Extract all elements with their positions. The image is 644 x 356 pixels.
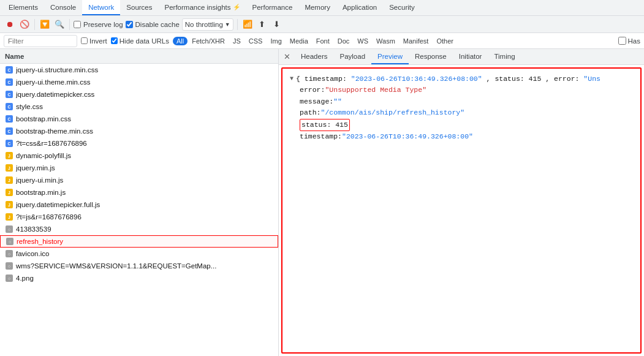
list-item[interactable]: J bootstrap.min.js [0,186,278,199]
separator-3 [237,19,238,30]
expand-triangle-icon[interactable]: ▼ [290,74,296,84]
json-outer-line[interactable]: ▼ { timestamp: "2023-06-26T10:36:49.326+… [290,74,633,85]
other-icon: ○ [5,262,13,270]
has-checkbox[interactable] [618,37,626,45]
tab-headers[interactable]: Headers [295,49,333,64]
type-btn-wasm[interactable]: Wasm [373,37,399,45]
has-label: Has [628,37,640,45]
tab-elements[interactable]: Elements [2,0,44,15]
invert-checkbox[interactable] [81,37,88,44]
performance-insights-label: Performance insights [165,4,231,11]
search-button[interactable]: 🔍 [53,18,66,31]
wifi-button[interactable]: 📶 [241,18,254,31]
type-btn-img[interactable]: Img [267,37,285,45]
file-name: style.css [16,103,276,110]
list-item[interactable]: J dynamic-polyfill.js [0,150,278,162]
type-btn-js[interactable]: JS [229,37,244,45]
tab-performance-insights[interactable]: Performance insights ⚡ [159,0,246,15]
list-item[interactable]: C style.css [0,100,278,113]
type-btn-css[interactable]: CSS [245,37,267,45]
list-item[interactable]: ○ 413833539 [0,223,278,235]
type-btn-all[interactable]: All [173,37,188,45]
type-btn-fetch[interactable]: Fetch/XHR [188,37,229,45]
list-item[interactable]: J jquery.datetimepicker.full.js [0,199,278,211]
list-item[interactable]: C bootstrap.min.css [0,113,278,125]
file-name: 4.png [16,275,276,282]
list-item[interactable]: C jquery-ui.structure.min.css [0,64,278,76]
json-outer-text: { timestamp: "2023-06-26T10:36:49.326+08… [296,74,600,85]
has-checkbox-wrapper[interactable]: Has [618,37,640,45]
list-item[interactable]: C bootstrap-theme.min.css [0,125,278,137]
js-icon: J [5,200,13,209]
invert-checkbox-wrapper[interactable]: Invert [81,37,107,45]
file-name: jquery-ui.structure.min.css [16,66,276,74]
file-name: bootstrap-theme.min.css [16,127,276,135]
type-btn-other[interactable]: Other [433,37,457,45]
upload-button[interactable]: ⬆ [256,18,268,31]
hide-data-urls-wrapper[interactable]: Hide data URLs [111,37,169,45]
hide-data-urls-checkbox[interactable] [111,37,118,44]
type-btn-font[interactable]: Font [313,37,333,45]
response-tab-label: Response [415,53,447,60]
throttle-select[interactable]: No throttling ▼ [182,18,233,31]
tab-memory[interactable]: Memory [298,0,336,15]
list-item[interactable]: ○ favicon.ico [0,248,278,260]
tab-payload[interactable]: Payload [333,49,371,64]
tab-sources[interactable]: Sources [120,0,158,15]
list-item[interactable]: C ?t=css&r=1687676896 [0,137,278,150]
filter-input[interactable] [4,35,77,47]
list-item[interactable]: ○ 4.png [0,272,278,284]
hide-data-urls-label: Hide data URLs [119,37,169,45]
detail-pane: ✕ Headers Payload Preview Response Initi… [279,49,644,356]
json-status-line: status: 415 [290,119,633,131]
list-item[interactable]: ○ wms?SERVICE=WMS&VERSION=1.1.1&REQUEST=… [0,260,278,272]
preview-tab-label: Preview [377,53,403,60]
disable-cache-label[interactable]: Disable cache [126,21,180,28]
disable-cache-checkbox[interactable] [126,21,133,28]
record-button[interactable]: ⏺ [4,18,16,31]
other-icon: ○ [6,237,14,246]
file-name-highlighted: refresh_history [17,238,275,245]
list-item[interactable]: C jquery.datetimepicker.css [0,88,278,100]
list-item-selected[interactable]: ○ refresh_history [0,235,278,248]
security-label: Security [389,4,415,11]
js-icon: J [5,213,13,221]
list-item[interactable]: J jquery.min.js [0,162,278,174]
list-item[interactable]: C jquery-ui.theme.min.css [0,76,278,88]
tab-network[interactable]: Network [82,0,120,15]
tab-initiator[interactable]: Initiator [453,49,488,64]
network-toolbar: ⏺ 🚫 🔽 🔍 Preserve log Disable cache No th… [0,16,644,33]
clear-button[interactable]: 🚫 [18,18,31,31]
css-icon: C [5,115,13,123]
top-tab-bar: Elements Console Network Sources Perform… [0,0,644,16]
file-name: 413833539 [16,225,276,233]
tab-response[interactable]: Response [409,49,453,64]
tab-timing[interactable]: Timing [488,49,521,64]
filter-button[interactable]: 🔽 [39,18,51,31]
close-detail-button[interactable]: ✕ [281,51,292,62]
filter-bar: Invert Hide data URLs All Fetch/XHR JS C… [0,33,644,49]
tab-application[interactable]: Application [336,0,383,15]
css-icon: C [5,127,13,135]
elements-label: Elements [9,4,38,11]
list-item[interactable]: J jquery-ui.min.js [0,174,278,186]
file-name: ?t=css&r=1687676896 [16,140,276,147]
file-list-body[interactable]: C jquery-ui.structure.min.css C jquery-u… [0,64,278,356]
type-btn-media[interactable]: Media [286,37,312,45]
disable-cache-text: Disable cache [135,21,180,28]
type-btn-doc[interactable]: Doc [334,37,354,45]
list-item[interactable]: J ?t=js&r=1687676896 [0,211,278,223]
application-label: Application [343,4,377,11]
tab-preview[interactable]: Preview [371,49,409,64]
type-btn-ws[interactable]: WS [354,37,372,45]
download-button[interactable]: ⬇ [271,18,283,31]
type-btn-manifest[interactable]: Manifest [400,37,433,45]
css-icon: C [5,139,13,148]
tab-performance[interactable]: Performance [246,0,299,15]
tab-console[interactable]: Console [44,0,82,15]
network-label: Network [88,4,114,11]
tab-security[interactable]: Security [383,0,421,15]
preserve-log-checkbox[interactable] [74,21,81,28]
preserve-log-label[interactable]: Preserve log [74,21,123,28]
invert-label: Invert [89,37,107,45]
